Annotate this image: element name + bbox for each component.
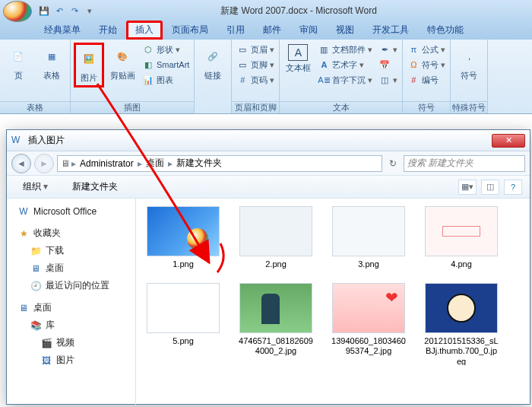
help-button[interactable]: ? (504, 180, 522, 195)
sidebar-item-office[interactable]: WMicrosoft Office (10, 203, 132, 220)
group-label: 符号 (403, 101, 450, 113)
chart-button[interactable]: 📊图表 (141, 73, 191, 87)
breadcrumb-segment[interactable]: 新建文件夹 (174, 157, 224, 170)
number-button[interactable]: #编号 (406, 73, 447, 87)
equation-button[interactable]: π公式 ▾ (406, 43, 447, 56)
tab-developer[interactable]: 开发工具 (363, 21, 418, 40)
pagenumber-button[interactable]: #页码 ▾ (235, 73, 276, 87)
dropcap-button[interactable]: A≣首字下沉 ▾ (316, 73, 374, 87)
wordart-button[interactable]: A艺术字 ▾ (316, 58, 374, 72)
hyperlink-button[interactable]: 🔗链接 (198, 43, 228, 83)
forward-button[interactable]: ► (34, 154, 54, 173)
picture-icon: 🖼 (40, 355, 52, 367)
label: 符号 (461, 70, 477, 81)
thumbnail (332, 206, 405, 256)
textbox-button[interactable]: A 文本框 (283, 43, 313, 75)
group-special-symbols: ，符号 特殊符号 (451, 40, 488, 113)
sidebar-item-desktop2[interactable]: 🖥桌面 (10, 299, 132, 316)
view-mode-button[interactable]: ▦ ▾ (458, 180, 477, 195)
group-text: A 文本框 ▥文档部件 ▾ A艺术字 ▾ A≣首字下沉 ▾ ✒▾ 📅 ◫▾ 文本 (280, 40, 403, 113)
tab-home[interactable]: 开始 (90, 21, 126, 40)
breadcrumb-segment[interactable]: Administrator (78, 158, 136, 169)
window-title: 新建 Word 2007.docx - Microsoft Word (96, 5, 532, 17)
tab-view[interactable]: 视图 (327, 21, 363, 40)
file-item[interactable]: 13940660_180346095374_2.jpg (331, 283, 407, 365)
picture-button[interactable]: 🖼️图片 (74, 43, 104, 87)
titlebar: 💾 ↶ ↷ ▾ 新建 Word 2007.docx - Microsoft Wo… (0, 0, 532, 21)
file-item[interactable]: 3.png (331, 206, 407, 269)
quickparts-button[interactable]: ▥文档部件 ▾ (316, 43, 374, 56)
file-item[interactable]: 4746571_081826094000_2.jpg (238, 283, 314, 365)
file-name: 4746571_081826094000_2.jpg (238, 336, 314, 356)
desktop-icon: 🖥 (30, 262, 42, 275)
back-button[interactable]: ◄ (11, 154, 31, 173)
thumbnail (425, 283, 498, 333)
clipart-button[interactable]: 🎨剪贴画 (107, 43, 138, 83)
object-button[interactable]: ◫▾ (377, 73, 399, 87)
thumbnail (239, 283, 312, 333)
label: 图片 (81, 72, 97, 84)
file-item[interactable]: 4.png (423, 206, 499, 269)
save-icon[interactable]: 💾 (38, 5, 50, 17)
header-button[interactable]: ▭页眉 ▾ (235, 43, 276, 56)
tab-review[interactable]: 审阅 (290, 21, 327, 40)
tab-mail[interactable]: 邮件 (254, 21, 290, 40)
sidebar-item-recent[interactable]: 🕘最近访问的位置 (10, 277, 132, 294)
file-name: 4.png (451, 259, 472, 269)
new-folder-button[interactable]: 新建文件夹 (64, 177, 126, 196)
file-name: 2.png (265, 259, 287, 269)
word-icon: W (17, 205, 30, 218)
file-name: 1.png (173, 259, 194, 269)
search-input[interactable]: 搜索 新建文件夹 (404, 155, 525, 172)
file-item[interactable]: 5.png (145, 283, 221, 365)
footer-button[interactable]: ▭页脚 ▾ (235, 58, 276, 72)
sidebar-item-pictures[interactable]: 🖼图片 (10, 351, 132, 369)
shapes-button[interactable]: ⬡形状 ▾ (141, 43, 191, 56)
sidebar-item-downloads[interactable]: 📁下载 (10, 242, 132, 259)
group-header-footer: ▭页眉 ▾ ▭页脚 ▾ #页码 ▾ 页眉和页脚 (232, 40, 280, 113)
tab-layout[interactable]: 页面布局 (163, 21, 217, 40)
special-symbol-button[interactable]: ，符号 (454, 43, 484, 83)
datetime-button[interactable]: 📅 (377, 58, 399, 72)
thumbnail (147, 206, 220, 256)
symbol-button[interactable]: Ω符号 ▾ (406, 58, 447, 72)
undo-icon[interactable]: ↶ (53, 5, 65, 17)
tab-special[interactable]: 特色功能 (418, 21, 473, 40)
tab-insert[interactable]: 插入 (126, 21, 163, 40)
sidebar-item-desktop[interactable]: 🖥桌面 (10, 259, 132, 277)
cover-page-button[interactable]: 📄页 (3, 43, 33, 83)
group-links: 🔗链接 链接 (195, 40, 232, 113)
tab-classic[interactable]: 经典菜单 (35, 21, 90, 40)
signature-line-button[interactable]: ✒▾ (377, 43, 399, 56)
sidebar-item-library[interactable]: 📚库 (10, 316, 132, 334)
redo-icon[interactable]: ↷ (68, 5, 81, 17)
label: 表格 (43, 70, 60, 81)
organize-button[interactable]: 组织 ▾ (14, 177, 56, 196)
thumbnail (425, 206, 498, 256)
desktop-icon: 🖥 (17, 302, 30, 314)
tab-references[interactable]: 引用 (217, 21, 254, 40)
office-button[interactable] (3, 1, 32, 22)
file-name: 3.png (358, 259, 379, 269)
thumbnail (239, 206, 312, 256)
close-icon: ✕ (505, 135, 512, 145)
sidebar-item-videos[interactable]: 🎬视频 (10, 334, 132, 351)
file-item[interactable]: 1.png (145, 206, 221, 269)
qat-dropdown-icon[interactable]: ▾ (84, 5, 96, 17)
table-button[interactable]: ▦表格 (36, 43, 67, 83)
group-label: 表格 (0, 101, 70, 113)
file-item[interactable]: 2012101515336_sLBJj.thumb.700_0.jpeg (423, 283, 499, 365)
sidebar-item-favorites[interactable]: ★收藏夹 (10, 224, 132, 242)
file-item[interactable]: 2.png (238, 206, 314, 269)
breadcrumb[interactable]: 🖥 ▸ Administrator ▸ 桌面 ▸ 新建文件夹 (57, 155, 382, 172)
breadcrumb-segment[interactable]: 桌面 (144, 157, 166, 170)
dialog-titlebar: W 插入图片 ✕ (7, 130, 530, 151)
group-label: 插图 (71, 101, 194, 113)
close-button[interactable]: ✕ (492, 134, 525, 148)
preview-pane-button[interactable]: ◫ (481, 180, 499, 195)
refresh-icon[interactable]: ↻ (385, 158, 401, 169)
word-icon: W (11, 135, 24, 147)
recent-icon: 🕘 (30, 280, 42, 292)
folder-icon: 📁 (30, 245, 42, 257)
smartart-button[interactable]: ◧SmartArt (141, 58, 191, 72)
